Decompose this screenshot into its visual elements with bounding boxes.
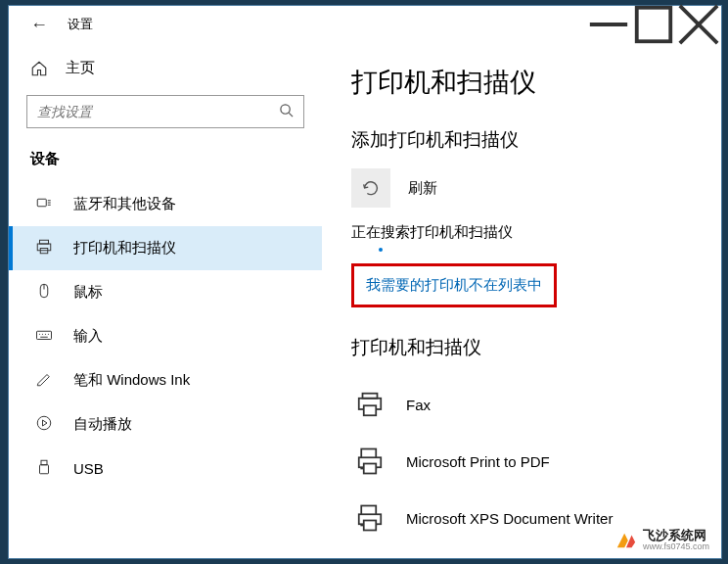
svg-point-17 <box>42 334 43 335</box>
refresh-row: 刷新 <box>351 168 692 208</box>
pen-icon <box>34 370 54 391</box>
window-controls <box>586 9 721 40</box>
titlebar: ← 设置 <box>9 6 721 43</box>
minimize-button[interactable] <box>586 9 631 40</box>
home-label: 主页 <box>66 59 95 77</box>
svg-rect-1 <box>637 8 671 42</box>
titlebar-left: ← 设置 <box>9 15 93 35</box>
usb-icon <box>34 458 54 479</box>
minimize-icon <box>586 2 631 47</box>
sidebar-item-label: 打印机和扫描仪 <box>73 239 176 258</box>
svg-rect-23 <box>41 460 47 465</box>
home-link[interactable]: 主页 <box>9 51 322 95</box>
search-icon <box>279 103 294 120</box>
sidebar-item-printers[interactable]: 打印机和扫描仪 <box>9 226 322 270</box>
close-icon <box>676 2 721 47</box>
sidebar-item-label: 自动播放 <box>73 415 132 434</box>
svg-rect-11 <box>37 244 51 251</box>
autoplay-icon <box>34 414 54 435</box>
progress-dot <box>379 248 383 252</box>
mouse-icon <box>34 282 54 303</box>
sidebar-item-bluetooth[interactable]: 蓝牙和其他设备 <box>9 182 322 226</box>
svg-line-5 <box>289 113 293 117</box>
xps-writer-icon <box>351 499 388 537</box>
home-icon <box>30 60 48 77</box>
printer-label: Fax <box>406 397 431 413</box>
sidebar-item-label: USB <box>73 460 104 477</box>
svg-rect-15 <box>37 331 52 339</box>
watermark-text: 飞沙系统网 www.fs0745.com <box>643 529 709 552</box>
printers-section-heading: 打印机和扫描仪 <box>351 335 692 360</box>
svg-marker-34 <box>617 534 628 548</box>
back-button[interactable]: ← <box>30 15 48 35</box>
searching-text: 正在搜索打印机和扫描仪 <box>351 223 692 242</box>
watermark: 飞沙系统网 www.fs0745.com <box>615 529 709 552</box>
printer-item-pdf[interactable]: Microsoft Print to PDF <box>351 433 692 490</box>
watermark-name: 飞沙系统网 <box>643 529 709 542</box>
search-box[interactable] <box>26 95 304 128</box>
window-body: 主页 设备 蓝牙和其他设备 <box>9 43 721 558</box>
svg-rect-10 <box>40 240 49 244</box>
svg-rect-27 <box>364 405 377 415</box>
svg-rect-24 <box>40 465 49 474</box>
settings-window: ← 设置 主页 <box>8 5 722 559</box>
fax-icon <box>351 386 388 423</box>
sidebar-item-label: 鼠标 <box>73 283 103 302</box>
printer-label: Microsoft Print to PDF <box>406 453 550 470</box>
svg-rect-30 <box>364 464 377 474</box>
maximize-button[interactable] <box>631 9 676 40</box>
sidebar-item-mouse[interactable]: 鼠标 <box>9 270 322 314</box>
printer-label: Microsoft XPS Document Writer <box>406 510 613 527</box>
bluetooth-icon <box>34 194 54 214</box>
sidebar-item-autoplay[interactable]: 自动播放 <box>9 402 322 446</box>
sidebar-item-typing[interactable]: 输入 <box>9 314 322 358</box>
main-content: 打印机和扫描仪 添加打印机和扫描仪 刷新 正在搜索打印机和扫描仪 我需要的打印机… <box>322 43 721 558</box>
sidebar-item-pen[interactable]: 笔和 Windows Ink <box>9 358 322 402</box>
svg-point-21 <box>37 416 51 430</box>
svg-rect-6 <box>37 199 46 207</box>
svg-point-18 <box>45 334 46 335</box>
refresh-label: 刷新 <box>408 179 437 198</box>
svg-point-16 <box>39 334 40 335</box>
window-title: 设置 <box>68 16 93 33</box>
sidebar-item-usb[interactable]: USB <box>9 446 322 491</box>
close-button[interactable] <box>676 9 721 40</box>
refresh-icon <box>360 177 382 199</box>
page-title: 打印机和扫描仪 <box>351 65 692 100</box>
maximize-icon <box>631 2 676 47</box>
highlight-box: 我需要的打印机不在列表中 <box>351 263 557 307</box>
sidebar: 主页 设备 蓝牙和其他设备 <box>9 43 322 558</box>
printer-item-fax[interactable]: Fax <box>351 376 692 433</box>
sidebar-item-label: 笔和 Windows Ink <box>73 371 190 390</box>
sidebar-section-title: 设备 <box>9 146 322 182</box>
svg-point-4 <box>281 105 290 114</box>
sidebar-item-label: 蓝牙和其他设备 <box>73 195 176 213</box>
add-section-heading: 添加打印机和扫描仪 <box>351 127 692 153</box>
printer-icon <box>34 238 54 258</box>
svg-marker-22 <box>43 420 48 426</box>
refresh-button[interactable] <box>351 168 390 208</box>
search-input[interactable] <box>37 104 279 119</box>
svg-rect-33 <box>364 521 377 531</box>
print-to-pdf-icon <box>351 443 388 480</box>
keyboard-icon <box>34 326 54 347</box>
svg-point-19 <box>48 334 49 335</box>
printer-not-listed-link[interactable]: 我需要的打印机不在列表中 <box>366 276 542 293</box>
watermark-url: www.fs0745.com <box>643 542 709 552</box>
sidebar-item-label: 输入 <box>73 327 103 346</box>
watermark-icon <box>615 530 637 551</box>
search-wrap <box>9 95 322 146</box>
